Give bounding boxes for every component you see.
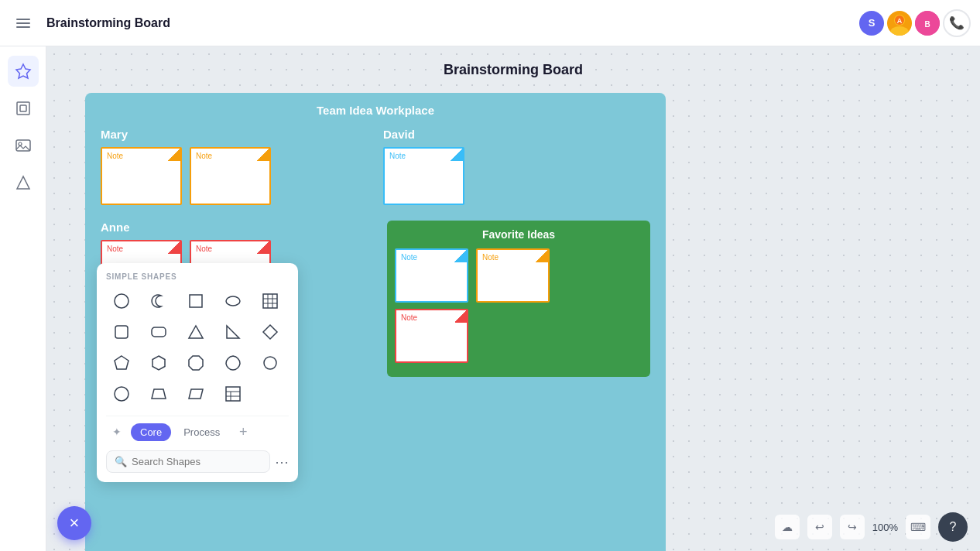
collaborators-list: S A B 📞 [859, 9, 971, 37]
note-card[interactable]: Note [395, 309, 468, 363]
svg-marker-30 [189, 356, 203, 370]
sidebar-item-shapes[interactable] [8, 56, 39, 87]
svg-rect-16 [190, 295, 202, 307]
more-options-button[interactable]: ⋯ [275, 453, 289, 471]
svg-marker-35 [189, 389, 203, 399]
avatar-s: S [859, 11, 884, 36]
svg-marker-31 [226, 356, 240, 370]
sidebar-item-images[interactable] [8, 130, 39, 161]
svg-marker-29 [152, 356, 165, 370]
svg-point-32 [264, 357, 276, 369]
svg-marker-25 [189, 326, 203, 338]
note-card[interactable]: Note [383, 147, 464, 205]
person-name-mary: Mary [101, 128, 368, 141]
shape-square[interactable] [180, 287, 211, 315]
person-section-mary: Mary Note Note [101, 128, 368, 205]
hamburger-button[interactable] [9, 9, 37, 37]
shape-hexagon[interactable] [143, 349, 174, 377]
shape-trapezoid[interactable] [143, 380, 174, 408]
shape-rounded-rect[interactable] [143, 318, 174, 346]
svg-text:B: B [924, 20, 930, 29]
sidebar-item-drawing[interactable] [8, 167, 39, 198]
svg-rect-24 [152, 327, 166, 337]
svg-rect-18 [263, 294, 277, 308]
search-input-wrap: 🔍 [106, 450, 270, 473]
tab-core[interactable]: Core [131, 423, 171, 441]
keyboard-icon[interactable]: ⌨ [906, 515, 930, 539]
shape-octagon[interactable] [180, 349, 211, 377]
shape-parallelogram[interactable] [180, 380, 211, 408]
shape-table[interactable] [255, 287, 286, 315]
left-sidebar [0, 46, 46, 551]
call-button[interactable]: 📞 [943, 9, 971, 37]
shape-pentagon[interactable] [106, 349, 137, 377]
shape-circle[interactable] [106, 287, 137, 315]
note-card[interactable]: Note [395, 248, 468, 303]
shapes-panel: SIMPLE SHAPES [97, 263, 298, 482]
svg-rect-1 [16, 22, 30, 24]
shape-crescent[interactable] [143, 287, 174, 315]
avatar-user1: A [887, 11, 912, 36]
svg-marker-28 [115, 356, 128, 369]
help-button[interactable]: ? [938, 512, 968, 542]
svg-point-4 [890, 26, 909, 36]
shape-circle2[interactable] [106, 380, 137, 408]
shape-12gon[interactable] [218, 349, 248, 377]
svg-rect-23 [115, 326, 128, 338]
svg-rect-11 [20, 105, 26, 111]
person-name-anne: Anne [101, 221, 372, 234]
shape-triangle[interactable] [180, 318, 211, 346]
search-shapes-input[interactable] [132, 456, 262, 467]
svg-point-33 [115, 387, 128, 401]
svg-rect-0 [16, 19, 30, 20]
shapes-grid [106, 287, 289, 408]
search-row: 🔍 ⋯ [106, 450, 289, 473]
search-icon: 🔍 [115, 456, 127, 467]
svg-marker-27 [263, 325, 277, 339]
svg-rect-10 [17, 102, 29, 115]
shape-rounded-square[interactable] [106, 318, 137, 346]
person-name-david: David [383, 128, 650, 141]
tab-add-button[interactable]: + [232, 421, 254, 443]
avatar-user2: B [915, 11, 940, 36]
note-card[interactable]: Note [476, 248, 550, 303]
board-title: Team Idea Workplace [85, 93, 666, 128]
svg-marker-34 [152, 389, 166, 399]
shape-circle-sm[interactable] [255, 349, 286, 377]
topbar: Brainstorming Board S A B 📞 [0, 0, 980, 46]
svg-text:A: A [897, 17, 903, 25]
undo-button[interactable]: ↩ [807, 515, 832, 539]
svg-marker-14 [17, 176, 29, 189]
shapes-tabs: ✦ Core Process + [106, 416, 289, 443]
zoom-level: 100% [872, 522, 898, 533]
shapes-section-title: SIMPLE SHAPES [106, 272, 289, 281]
favorite-ideas-box: Favorite Ideas Note Note Note [387, 221, 650, 377]
shape-ellipse[interactable] [218, 287, 248, 315]
shape-diamond[interactable] [255, 318, 286, 346]
canvas-title: Brainstorming Board [444, 62, 583, 78]
svg-marker-9 [16, 64, 30, 78]
svg-marker-26 [227, 326, 239, 338]
fab-close-button[interactable]: × [57, 506, 91, 540]
tab-process[interactable]: Process [174, 423, 229, 441]
note-card[interactable]: Note [101, 147, 182, 205]
sidebar-item-frames[interactable] [8, 93, 39, 124]
document-title: Brainstorming Board [46, 16, 850, 30]
tab-star-icon[interactable]: ✦ [106, 421, 128, 443]
shape-right-triangle[interactable] [218, 318, 248, 346]
redo-button[interactable]: ↪ [840, 515, 865, 539]
canvas-area[interactable]: Brainstorming Board Team Idea Workplace … [46, 46, 980, 551]
svg-point-15 [115, 294, 128, 308]
svg-rect-36 [226, 387, 240, 401]
svg-point-17 [226, 296, 240, 306]
favorite-ideas-title: Favorite Ideas [395, 228, 642, 241]
shape-table2[interactable] [218, 380, 248, 408]
bottom-bar: ☁ ↩ ↪ 100% ⌨ ? [775, 512, 968, 542]
note-card[interactable]: Note [190, 147, 271, 205]
svg-rect-2 [16, 26, 30, 28]
person-section-david: David Note [383, 128, 650, 205]
main-layout: Brainstorming Board Team Idea Workplace … [0, 46, 980, 551]
cloud-icon[interactable]: ☁ [775, 515, 800, 539]
